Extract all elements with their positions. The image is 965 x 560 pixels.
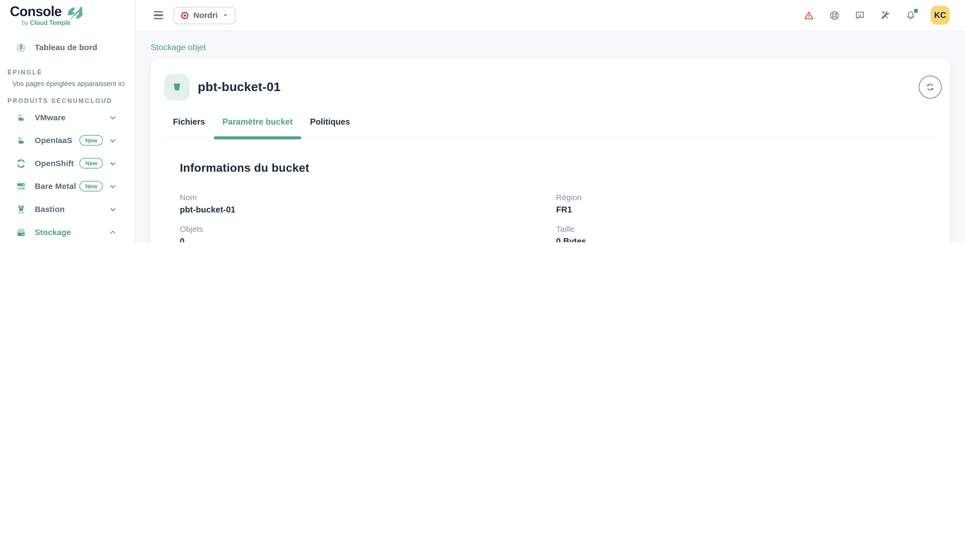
notification-dot [914, 8, 918, 13]
cocarde-icon [180, 11, 189, 19]
feedback-chat-icon[interactable] [854, 10, 865, 21]
sidebar-item-openiaas[interactable]: OpenIaaS New [0, 129, 135, 152]
chevron-down-icon [109, 160, 116, 167]
sidebar-item-label: OpenIaaS [35, 136, 80, 145]
tenant-selector[interactable]: Nordri [174, 7, 236, 24]
sidebar-item-dashboard[interactable]: Tableau de bord [0, 36, 135, 59]
sidebar-item-label: Stockage [35, 227, 110, 237]
field-label: Région [556, 192, 921, 202]
help-lifebuoy-icon[interactable] [829, 10, 840, 21]
bucket-icon [164, 73, 190, 100]
logo-brand: Cloud Temple [30, 19, 70, 26]
bell-icon[interactable] [905, 10, 916, 21]
new-badge: New [80, 158, 103, 168]
logo: Console by Cloud Temple [0, 0, 135, 30]
sidebar-item-label: VMware [35, 113, 110, 122]
tab-parametre-bucket[interactable]: Paramètre bucket [214, 116, 301, 138]
chevron-down-icon [109, 114, 116, 121]
dragonfly-icon [66, 4, 85, 26]
field-region: Région FR1 [556, 192, 921, 215]
sidebar-item-stockage[interactable]: Stockage [0, 220, 135, 242]
pinned-hint: Vos pages épinglées apparaissent ici [12, 80, 135, 87]
new-badge: New [80, 181, 103, 191]
sidebar-item-bastion[interactable]: Bastion [0, 198, 135, 221]
tab-politiques[interactable]: Politiques [301, 116, 359, 138]
cloud-icon [16, 112, 27, 123]
tower-icon [16, 204, 27, 215]
section-pinned: ÉPINGLÉ [8, 69, 135, 75]
field-value: pbt-bucket-01 [180, 204, 556, 215]
hamburger-menu-icon[interactable] [154, 11, 163, 19]
field-taille: Taille 0 Bytes [556, 224, 921, 242]
sidebar-item-vmware[interactable]: VMware [0, 106, 135, 129]
chevron-down-icon [109, 206, 116, 213]
section-title-informations: Informations du bucket [180, 161, 921, 175]
sidebar: Console by Cloud Temple [0, 0, 136, 242]
field-value: 0 [180, 236, 556, 242]
field-value: 0 Bytes [556, 236, 921, 242]
sidebar-item-label: Bastion [35, 204, 110, 214]
breadcrumb[interactable]: Stockage objet [150, 43, 206, 52]
sidebar-item-label: OpenShift [35, 158, 80, 168]
tools-icon[interactable] [880, 10, 891, 21]
field-label: Objets [180, 224, 556, 233]
bucket-fields: Nom pbt-bucket-01 Région FR1 Objets 0 [180, 192, 921, 242]
server-stack-icon [16, 181, 27, 192]
warning-icon[interactable] [803, 10, 815, 21]
caret-down-icon [222, 12, 229, 18]
field-label: Nom [180, 192, 556, 202]
main: Nordri [136, 0, 965, 242]
bucket-card: pbt-bucket-01 Fichiers Paramètre bucket … [150, 59, 950, 242]
sync-arrows-icon [16, 158, 27, 169]
page-title: pbt-bucket-01 [198, 80, 281, 94]
tabs: Fichiers Paramètre bucket Politiques [164, 116, 937, 138]
sidebar-item-bare-metal[interactable]: Bare Metal New [0, 175, 135, 198]
field-objets: Objets 0 [180, 224, 556, 242]
logo-by: by [22, 19, 28, 26]
tab-fichiers[interactable]: Fichiers [164, 116, 214, 138]
refresh-button[interactable] [919, 75, 942, 99]
field-nom: Nom pbt-bucket-01 [180, 192, 556, 215]
tenant-name: Nordri [193, 10, 218, 20]
sidebar-item-label: Tableau de bord [35, 43, 116, 52]
sidebar-item-label: Bare Metal [35, 182, 80, 191]
topbar: Nordri [136, 0, 965, 31]
chevron-down-icon [109, 137, 116, 144]
card-header: pbt-bucket-01 [164, 59, 937, 100]
topbar-icons: KC [803, 6, 950, 25]
sidebar-item-openshift[interactable]: OpenShift New [0, 152, 135, 175]
section-secnumcloud: PRODUITS SECNUMCLOUD [8, 97, 135, 104]
cloud-icon [16, 135, 27, 146]
sidebar-nav: Tableau de bord ÉPINGLÉ Vos pages épingl… [0, 30, 135, 242]
card-body: Informations du bucket Nom pbt-bucket-01… [164, 138, 937, 242]
content: Stockage objet pbt-bucket-01 Fichiers Pa… [136, 31, 965, 242]
chevron-down-icon [109, 183, 116, 190]
storage-icon [16, 227, 27, 238]
field-label: Taille [556, 224, 921, 233]
chevron-up-icon [109, 228, 116, 236]
new-badge: New [80, 135, 103, 146]
gauge-icon [16, 42, 27, 53]
app: Console by Cloud Temple [0, 0, 965, 242]
field-value: FR1 [556, 204, 921, 215]
avatar[interactable]: KC [931, 6, 950, 25]
